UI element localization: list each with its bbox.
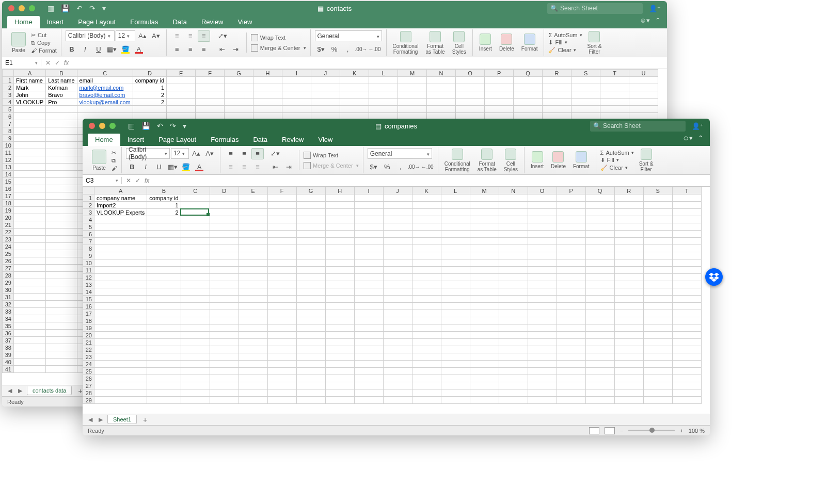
cell[interactable]	[239, 382, 267, 389]
cell[interactable]	[210, 216, 239, 223]
cell[interactable]	[614, 397, 643, 404]
column-header[interactable]: A	[14, 70, 46, 77]
cell[interactable]	[614, 202, 643, 209]
titlebar[interactable]: ▥ 💾 ↶ ↷ ▾ ▤ companies 🔍 Search Sheet 👤⁺	[83, 119, 710, 133]
cell[interactable]	[14, 243, 46, 250]
cell[interactable]	[181, 332, 210, 339]
cell[interactable]	[147, 238, 181, 245]
cell[interactable]	[672, 346, 701, 353]
cell[interactable]	[296, 303, 325, 310]
cell[interactable]	[46, 164, 77, 171]
insert-button[interactable]: Insert	[529, 150, 546, 170]
row-header[interactable]: 24	[3, 243, 14, 250]
cell[interactable]	[181, 231, 210, 238]
cell[interactable]	[585, 382, 614, 389]
cell[interactable]	[325, 368, 354, 375]
cell[interactable]	[325, 361, 354, 368]
cell[interactable]	[267, 346, 296, 353]
fill-button[interactable]: ⬇Fill▾	[548, 39, 582, 46]
select-all-corner[interactable]	[83, 187, 94, 194]
column-header[interactable]: P	[557, 187, 585, 194]
name-box[interactable]: C3▾	[83, 177, 122, 184]
row-header[interactable]: 28	[3, 272, 14, 279]
cell[interactable]	[441, 361, 470, 368]
row-header[interactable]: 30	[3, 286, 14, 294]
cell[interactable]	[147, 216, 181, 223]
cell[interactable]	[147, 368, 181, 375]
row-header[interactable]: 27	[3, 265, 14, 272]
cell[interactable]	[225, 106, 253, 113]
cell[interactable]	[499, 382, 528, 389]
cell[interactable]	[181, 259, 210, 267]
cell[interactable]	[296, 231, 325, 238]
fill-color-button[interactable]: 🪣	[119, 44, 132, 55]
column-header[interactable]: D	[133, 70, 166, 77]
cell[interactable]	[600, 106, 629, 113]
cell[interactable]	[325, 389, 354, 397]
cell[interactable]: Pro	[46, 99, 77, 106]
cell[interactable]	[643, 281, 672, 288]
row-header[interactable]: 25	[83, 368, 94, 375]
column-header[interactable]: R	[543, 70, 571, 77]
font-color-button[interactable]: A	[133, 44, 145, 55]
select-all-corner[interactable]	[3, 70, 14, 77]
cell[interactable]	[311, 84, 340, 91]
cell[interactable]	[181, 296, 210, 303]
cell[interactable]	[267, 368, 296, 375]
cell[interactable]	[557, 296, 585, 303]
cell[interactable]	[196, 77, 225, 84]
cell[interactable]	[354, 317, 383, 324]
cell[interactable]	[46, 330, 77, 337]
cell[interactable]	[325, 216, 354, 223]
cell[interactable]	[311, 106, 340, 113]
cell[interactable]	[672, 267, 701, 274]
cell[interactable]	[167, 91, 196, 99]
cell[interactable]	[427, 77, 456, 84]
cell[interactable]	[600, 99, 629, 106]
cell[interactable]	[672, 209, 701, 216]
cell[interactable]	[499, 310, 528, 317]
cell[interactable]	[412, 194, 441, 202]
cell[interactable]	[672, 389, 701, 397]
search-input[interactable]: 🔍 Search Sheet	[547, 3, 643, 14]
cell[interactable]	[499, 202, 528, 209]
cell[interactable]	[354, 267, 383, 274]
cell[interactable]	[181, 375, 210, 382]
cell[interactable]	[296, 339, 325, 346]
dropbox-icon[interactable]	[705, 268, 723, 286]
cell[interactable]	[585, 317, 614, 324]
cell[interactable]	[210, 339, 239, 346]
cell[interactable]	[412, 332, 441, 339]
cell[interactable]	[470, 274, 499, 281]
cell[interactable]	[672, 274, 701, 281]
cell[interactable]	[325, 346, 354, 353]
cell[interactable]	[585, 216, 614, 223]
cell[interactable]	[14, 351, 46, 359]
cell[interactable]	[441, 259, 470, 267]
cell[interactable]	[354, 382, 383, 389]
row-header[interactable]: 18	[3, 200, 14, 207]
cell[interactable]	[325, 274, 354, 281]
decrease-decimal-icon[interactable]: ←.00	[421, 161, 434, 172]
cell[interactable]	[147, 375, 181, 382]
cell[interactable]	[147, 389, 181, 397]
cell[interactable]	[267, 281, 296, 288]
column-header[interactable]: E	[167, 70, 196, 77]
decrease-decimal-icon[interactable]: ←.00	[369, 43, 381, 55]
column-header[interactable]: G	[296, 187, 325, 194]
borders-button[interactable]: ▦▾	[106, 44, 118, 55]
cell[interactable]	[557, 346, 585, 353]
cell[interactable]	[441, 389, 470, 397]
cell[interactable]	[210, 389, 239, 397]
cell[interactable]	[614, 353, 643, 361]
cell[interactable]	[557, 397, 585, 404]
row-header[interactable]: 4	[83, 216, 94, 223]
cell[interactable]	[210, 194, 239, 202]
row-header[interactable]: 29	[3, 279, 14, 286]
cell[interactable]	[94, 245, 147, 252]
cell[interactable]	[383, 281, 412, 288]
increase-decimal-icon[interactable]: .00→	[355, 43, 368, 55]
column-header[interactable]: R	[614, 187, 643, 194]
cell[interactable]	[585, 310, 614, 317]
row-header[interactable]: 19	[3, 207, 14, 214]
